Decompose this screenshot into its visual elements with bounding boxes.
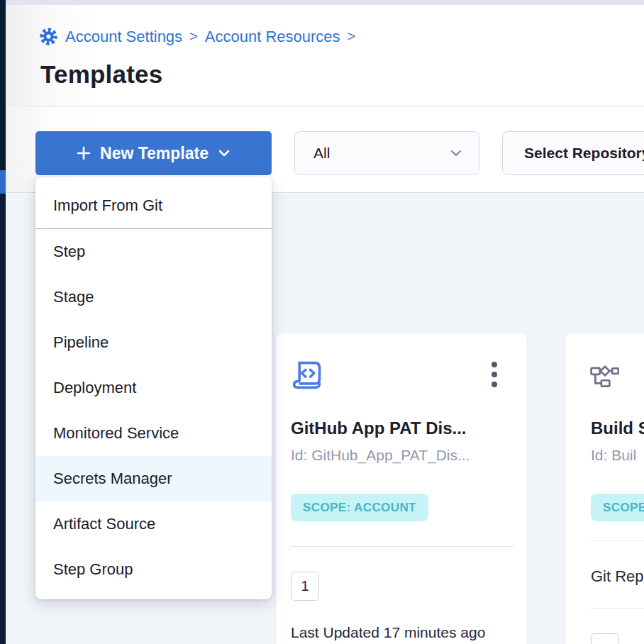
new-template-label: New Template bbox=[100, 144, 209, 163]
pipeline-flowchart-icon bbox=[589, 363, 619, 393]
chevron-down-icon bbox=[217, 146, 231, 160]
template-title[interactable]: Build S bbox=[591, 418, 644, 438]
menu-item-import-from-git[interactable]: Import From Git bbox=[35, 183, 272, 228]
left-nav-rail[interactable] bbox=[0, 0, 6, 644]
menu-item-stage[interactable]: Stage bbox=[35, 274, 272, 320]
page-header: Account Settings > Account Resources > T… bbox=[6, 5, 644, 106]
plus-icon bbox=[76, 145, 91, 161]
template-type-filter[interactable]: All bbox=[294, 131, 479, 175]
menu-item-secrets-manager[interactable]: Secrets Manager bbox=[35, 456, 272, 501]
template-card-github-app-pat[interactable]: GitHub App PAT Dis... Id: GitHub_App_PAT… bbox=[276, 333, 527, 644]
card-divider bbox=[591, 608, 644, 609]
settings-gear-icon bbox=[39, 27, 58, 46]
version-chip[interactable] bbox=[591, 633, 619, 644]
new-template-dropdown: Import From Git Step Stage Pipeline Depl… bbox=[35, 177, 272, 599]
breadcrumb: Account Settings > Account Resources > bbox=[39, 27, 355, 46]
new-template-button[interactable]: New Template bbox=[35, 131, 272, 175]
code-scroll-icon bbox=[289, 357, 323, 396]
repository-filter-label: Select Repository bbox=[524, 145, 644, 162]
template-id: Id: GitHub_App_PAT_Dis... bbox=[291, 447, 470, 464]
last-updated-text: Last Updated 17 minutes ago bbox=[291, 624, 485, 641]
repository-filter[interactable]: Select Repository bbox=[502, 131, 644, 175]
version-chip[interactable]: 1 bbox=[291, 572, 319, 601]
menu-item-monitored-service[interactable]: Monitored Service bbox=[35, 411, 272, 456]
chevron-down-icon bbox=[449, 146, 463, 160]
scope-badge: SCOPE: ACCOUNT bbox=[291, 494, 428, 521]
template-card-build-stage[interactable]: Build S Id: Buil SCOPE: ACCOUNT Git Repo bbox=[565, 333, 644, 644]
template-title[interactable]: GitHub App PAT Dis... bbox=[291, 418, 467, 438]
breadcrumb-account-settings[interactable]: Account Settings bbox=[65, 28, 182, 46]
nav-rail-active-indicator bbox=[0, 170, 6, 194]
breadcrumb-account-resources[interactable]: Account Resources bbox=[205, 28, 340, 46]
menu-item-deployment[interactable]: Deployment bbox=[35, 365, 272, 411]
template-type-filter-value: All bbox=[313, 145, 330, 162]
menu-item-step[interactable]: Step bbox=[35, 229, 272, 274]
breadcrumb-separator: > bbox=[189, 28, 198, 45]
page-title: Templates bbox=[40, 60, 162, 89]
card-divider bbox=[591, 540, 644, 541]
card-divider bbox=[291, 546, 514, 547]
store-type-text: Git Repo bbox=[591, 567, 644, 586]
menu-item-artifact-source[interactable]: Artifact Source bbox=[35, 501, 272, 547]
scope-badge: SCOPE: ACCOUNT bbox=[591, 494, 644, 521]
breadcrumb-separator: > bbox=[348, 28, 356, 45]
menu-item-pipeline[interactable]: Pipeline bbox=[35, 320, 272, 365]
card-menu-kebab-icon[interactable] bbox=[489, 359, 500, 390]
top-accent-strip bbox=[0, 0, 644, 5]
menu-item-step-group[interactable]: Step Group bbox=[35, 547, 272, 592]
template-id: Id: Buil bbox=[591, 447, 636, 464]
